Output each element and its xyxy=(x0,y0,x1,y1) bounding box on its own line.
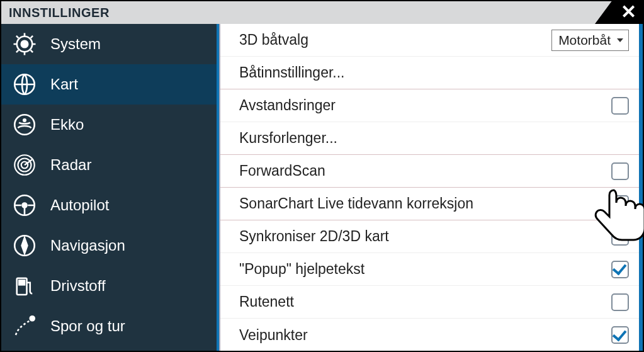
row-course-ext[interactable]: Kursforlenger... xyxy=(220,122,643,155)
sidebar-item-label: Drivstoff xyxy=(50,277,106,295)
sidebar-item-tracks[interactable]: Spor og tur xyxy=(1,306,217,346)
sidebar: System Kart xyxy=(1,24,219,351)
row-range-rings[interactable]: Avstandsringer xyxy=(220,89,643,122)
sidebar-item-fuel[interactable]: Drivstoff xyxy=(1,266,217,306)
compass-icon xyxy=(11,232,38,259)
svg-point-0 xyxy=(21,41,28,48)
label-popup: "Popup" hjelpetekst xyxy=(239,261,611,278)
titlebar: INNSTILLINGER ✕ xyxy=(1,1,643,24)
label-range-rings: Avstandsringer xyxy=(239,97,611,114)
label-grid: Rutenett xyxy=(239,293,611,310)
svg-point-9 xyxy=(23,203,27,208)
close-icon: ✕ xyxy=(621,3,636,21)
sonar-icon xyxy=(11,111,38,138)
checkbox-sonarchart[interactable] xyxy=(611,195,629,213)
sidebar-item-label: System xyxy=(50,35,101,53)
sidebar-item-navigation[interactable]: Navigasjon xyxy=(1,225,217,266)
checkbox-range-rings[interactable] xyxy=(611,97,629,115)
checkbox-waypoints[interactable] xyxy=(611,326,629,344)
sidebar-item-label: Ekko xyxy=(50,116,84,133)
checkbox-sync-2d3d[interactable] xyxy=(611,228,629,246)
row-popup[interactable]: "Popup" hjelpetekst xyxy=(220,253,643,286)
body: System Kart xyxy=(1,24,643,351)
svg-point-3 xyxy=(14,115,35,135)
row-grid[interactable]: Rutenett xyxy=(220,286,643,319)
sidebar-item-autopilot[interactable]: Autopilot xyxy=(1,185,217,225)
close-button[interactable]: ✕ xyxy=(595,0,644,24)
globe-icon xyxy=(11,71,38,98)
sidebar-item-label: Navigasjon xyxy=(50,237,125,254)
sidebar-item-echo[interactable]: Ekko xyxy=(1,105,217,145)
gear-icon xyxy=(11,31,38,57)
svg-point-4 xyxy=(23,119,26,122)
svg-point-13 xyxy=(30,316,35,321)
label-course-ext: Kursforlenger... xyxy=(239,130,629,147)
sidebar-item-label: Radar xyxy=(50,156,91,174)
sidebar-item-radar[interactable]: Radar xyxy=(1,145,217,185)
checkbox-forwardscan[interactable] xyxy=(611,162,629,180)
label-forwardscan: ForwardScan xyxy=(239,162,611,179)
row-sync-2d3d[interactable]: Synkroniser 2D/3D kart xyxy=(220,220,643,253)
label-3d-boat: 3D båtvalg xyxy=(239,31,551,48)
checkbox-grid[interactable] xyxy=(611,293,629,311)
track-icon xyxy=(11,313,38,339)
label-sonarchart: SonarChart Live tidevann korreksjon xyxy=(239,195,611,212)
sidebar-item-label: Autopilot xyxy=(50,196,109,214)
dropdown-3d-boat[interactable]: Motorbåt xyxy=(551,30,629,51)
row-3d-boat[interactable]: 3D båtvalg Motorbåt xyxy=(220,24,643,57)
row-sonarchart[interactable]: SonarChart Live tidevann korreksjon xyxy=(220,188,643,220)
row-boat-settings[interactable]: Båtinnstillinger... xyxy=(220,57,643,89)
steering-icon xyxy=(11,192,38,219)
label-boat-settings: Båtinnstillinger... xyxy=(239,64,629,81)
sidebar-item-label: Kart xyxy=(50,76,78,93)
sidebar-item-chart[interactable]: Kart xyxy=(1,64,217,105)
titlebar-text: INNSTILLINGER xyxy=(9,6,110,20)
sidebar-item-system[interactable]: System xyxy=(1,24,217,64)
radar-icon xyxy=(11,152,38,178)
label-sync-2d3d: Synkroniser 2D/3D kart xyxy=(239,228,611,245)
settings-window: INNSTILLINGER ✕ System xyxy=(0,0,644,352)
svg-rect-12 xyxy=(19,280,25,285)
scrollbar[interactable] xyxy=(639,24,643,351)
sidebar-item-label: Spor og tur xyxy=(50,317,125,335)
label-waypoints: Veipunkter xyxy=(239,327,611,344)
checkbox-popup[interactable] xyxy=(611,261,629,278)
fuel-icon xyxy=(11,273,38,299)
row-waypoints[interactable]: Veipunkter xyxy=(220,319,643,351)
content-pane: 3D båtvalg Motorbåt Båtinnstillinger... … xyxy=(219,24,643,351)
row-forwardscan[interactable]: ForwardScan xyxy=(220,155,643,188)
